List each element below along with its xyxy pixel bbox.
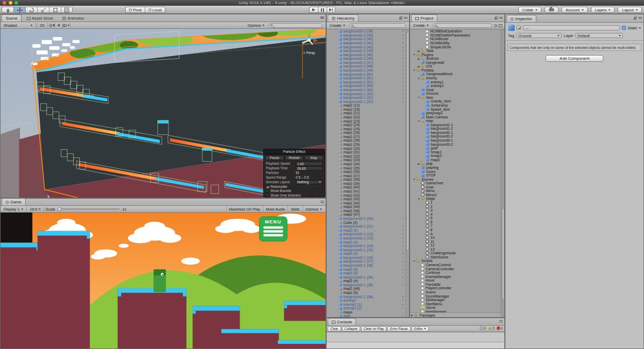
prefab-open-arrow-icon[interactable]: › (402, 306, 403, 310)
project-row[interactable]: SEManager (410, 298, 501, 302)
collab-button[interactable]: Collab (518, 7, 541, 13)
project-row[interactable]: Continue (410, 271, 501, 275)
project-row[interactable]: goal (410, 146, 501, 150)
layer-dropdown[interactable]: Default (575, 33, 623, 38)
lock-icon[interactable] (634, 18, 636, 20)
project-row[interactable]: enemy2 (410, 84, 501, 88)
tab-project[interactable]: Project (411, 14, 437, 22)
tag-dropdown[interactable]: Ground (516, 33, 562, 38)
hierarchy-row[interactable]: bacground2-1 (17) › (327, 259, 405, 264)
project-row[interactable]: 3 (410, 208, 501, 213)
hierarchy-row[interactable]: bacground2-1 (14) › (327, 244, 405, 248)
project-row[interactable]: GameOver (410, 181, 501, 185)
expander-icon[interactable]: ▼ (417, 96, 421, 99)
prefab-open-arrow-icon[interactable]: › (402, 217, 403, 220)
perspective-label[interactable]: < Persp (303, 51, 315, 55)
project-row[interactable]: enemy1 (410, 80, 501, 84)
project-row[interactable]: Pausable (410, 283, 501, 287)
hierarchy-row[interactable]: bacground2-1 (13) › (327, 236, 405, 240)
hierarchy-row[interactable]: map3 (6) › (327, 271, 405, 275)
project-row[interactable]: 9 (410, 232, 501, 236)
expander-icon[interactable]: ▼ (417, 197, 421, 200)
project-row[interactable]: 1 (410, 201, 501, 205)
hierarchy-row[interactable]: map2 (37) (327, 173, 405, 178)
hierarchy-row[interactable]: bacground2-1 (11) › (327, 224, 405, 229)
expander-icon[interactable]: ▼ (412, 53, 416, 56)
scene-viewport[interactable]: < Persp Particle Effect Pause Restart St… (1, 29, 326, 198)
audio-toggle-button[interactable] (55, 23, 63, 28)
project-row[interactable]: 5 (410, 216, 501, 220)
project-row[interactable]: bacground2-1 (410, 131, 501, 135)
prefab-open-arrow-icon[interactable]: › (402, 53, 403, 57)
prefab-open-arrow-icon[interactable]: › (402, 41, 403, 45)
project-row[interactable]: NCMBUser (410, 37, 501, 41)
project-row[interactable]: ▶ Android (410, 57, 501, 61)
project-row[interactable]: NCMBUtility (410, 41, 501, 45)
hierarchy-row[interactable]: bacground2-1 (18) › (327, 264, 405, 268)
project-search-input[interactable] (433, 23, 492, 28)
console-log-area[interactable] (327, 333, 504, 348)
prefab-open-arrow-icon[interactable]: › (402, 248, 403, 252)
prefab-open-arrow-icon[interactable]: › (402, 57, 403, 60)
tab-scene[interactable]: Scene (2, 14, 22, 22)
prefab-open-arrow-icon[interactable]: › (402, 76, 403, 80)
project-row[interactable]: CameraController (410, 267, 501, 271)
particle-pause-button[interactable]: Pause (265, 155, 284, 160)
hierarchy-row[interactable]: enemy2 (2) › (327, 306, 405, 310)
rotate-tool-button[interactable] (25, 7, 37, 13)
project-row[interactable]: EnemyManager (410, 274, 501, 278)
hierarchy-row[interactable]: bacground2-2 (44) › (327, 49, 405, 53)
hierarchy-row[interactable]: map2 (28) (327, 138, 405, 143)
expander-icon[interactable]: ▶ (410, 313, 414, 317)
error-count[interactable]: 0 (497, 326, 503, 330)
project-row[interactable]: Dangerwallblock (410, 72, 501, 76)
project-row[interactable]: NCMBSetOperation (410, 29, 501, 33)
hierarchy-row[interactable]: bacground2-2 (38) › (327, 29, 405, 33)
project-row[interactable]: bacground1-1 (410, 123, 501, 127)
expander-icon[interactable]: ▼ (412, 259, 416, 263)
effects-toggle-button[interactable] (63, 23, 71, 28)
project-scrollbar[interactable] (501, 29, 504, 317)
hierarchy-row[interactable]: map2 (45) (327, 205, 405, 209)
hierarchy-row[interactable]: bacground2-2 (47) › (327, 61, 405, 65)
mute-audio-button[interactable]: Mute Audio (263, 206, 288, 213)
hierarchy-row[interactable]: map2 (34) (327, 162, 405, 166)
scale-tool-button[interactable] (37, 7, 49, 13)
hierarchy-row[interactable]: bacground2-2 (51) › (327, 76, 405, 80)
expander-icon[interactable]: ▶ (417, 65, 421, 68)
hierarchy-row[interactable]: map2 (21) (327, 111, 405, 115)
hierarchy-row[interactable]: bacground2-1 (16) › (327, 256, 405, 260)
hierarchy-row[interactable]: map2 (31) (327, 150, 405, 154)
prefab-open-arrow-icon[interactable]: › (402, 244, 403, 248)
layout-button[interactable]: Layout (618, 7, 642, 13)
hierarchy-row[interactable]: bacground2-2 (52) › (327, 80, 405, 84)
hierarchy-row[interactable]: map2 (48) (327, 287, 405, 291)
clear-button[interactable]: Clear (328, 326, 341, 331)
hierarchy-row[interactable]: bacground2-2 (39) › (327, 33, 405, 38)
show-bounds-checkbox[interactable] (266, 189, 269, 193)
game-viewport[interactable]: MENU (1, 213, 326, 348)
hierarchy-row[interactable]: bacground2-2 (48) › (327, 64, 405, 68)
hierarchy-row[interactable]: bacground2-2 (43) › (327, 45, 405, 49)
prefab-open-arrow-icon[interactable]: › (402, 299, 403, 302)
hierarchy-row[interactable]: bacground2-1 (32) › (327, 99, 405, 103)
hierarchy-row[interactable]: bacground2-2 (53) › (327, 84, 405, 88)
step-button[interactable] (327, 7, 335, 13)
prefab-open-arrow-icon[interactable]: › (402, 314, 403, 317)
prefab-open-arrow-icon[interactable]: › (402, 88, 403, 92)
project-row[interactable]: bacground2-2 (410, 134, 501, 138)
hierarchy-row[interactable]: map2 (33) (327, 158, 405, 162)
project-row[interactable]: StartMenu (410, 302, 501, 306)
panel-menu-icon[interactable] (499, 320, 503, 323)
project-row[interactable]: Gravity_item (410, 99, 501, 103)
project-row[interactable]: NCMBTwitterParameters (410, 33, 501, 38)
error-pause-button[interactable]: Error Pause (387, 326, 411, 331)
expander-icon[interactable]: ▼ (412, 178, 416, 181)
scale-slider[interactable] (58, 208, 120, 210)
prefab-open-arrow-icon[interactable]: › (402, 259, 403, 263)
project-row[interactable]: Jumpramp (410, 103, 501, 108)
prefab-open-arrow-icon[interactable]: › (402, 240, 403, 244)
prefab-open-arrow-icon[interactable]: › (402, 100, 403, 103)
project-row[interactable]: 11 (410, 239, 501, 243)
hierarchy-row[interactable]: map2 (5) (327, 291, 405, 295)
